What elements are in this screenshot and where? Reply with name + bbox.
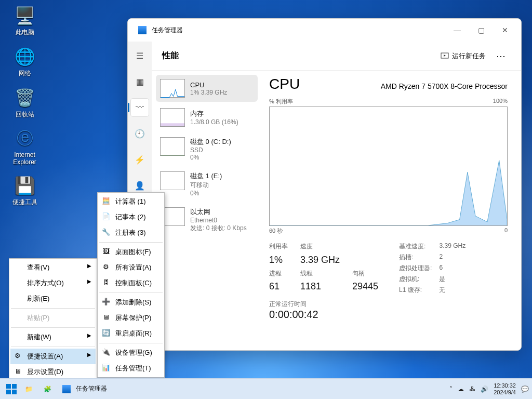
disk0-thumb [160, 137, 185, 156]
cpu-model: AMD Ryzen 7 5700X 8-Core Processor [381, 82, 508, 90]
page-title: 性能 [162, 50, 435, 61]
desktop-icon-this-pc[interactable]: 🖥️此电脑 [5, 5, 44, 37]
cpu-stats: 利用率速度 1%3.39 GHz 进程线程句柄 61118129445 基准速度… [269, 242, 508, 295]
taskbar-task-manager[interactable]: 任务管理器 [59, 381, 110, 397]
menu-item[interactable]: 查看(V)▶ [10, 260, 96, 275]
menu-item[interactable]: 🎛控制面板(C) [99, 275, 163, 291]
perf-item-memory[interactable]: 内存1.3/8.0 GB (16%) [156, 104, 258, 131]
menu-item[interactable]: 📊任务管理(T) [99, 361, 163, 376]
onedrive-icon[interactable]: ☁ [458, 385, 464, 393]
minimize-button[interactable]: — [445, 22, 469, 38]
menu-item[interactable]: 刷新(E) [10, 291, 96, 307]
x-left: 60 秒 [269, 227, 283, 235]
desktop-icon-tools[interactable]: 💾便捷工具 [5, 175, 44, 207]
menu-item[interactable]: 🖥显示设置(D) [10, 364, 96, 380]
menu-item[interactable]: ⚙便捷设置(A)▶ [10, 349, 96, 364]
quick-settings-submenu: 🧮计算器 (1)📄记事本 (2)🔧注册表 (3)🖼桌面图标(F)⚙所有设置(A)… [97, 192, 165, 378]
run-new-task-button[interactable]: 运行新任务 [435, 48, 491, 64]
x-right: 0 [504, 227, 508, 235]
y-max: 100% [493, 98, 508, 105]
window-title: 任务管理器 [152, 26, 445, 35]
clock[interactable]: 12:30:322024/9/4 [494, 382, 516, 395]
desktop-icon-network[interactable]: 🌐网络 [5, 46, 44, 78]
hamburger-icon[interactable]: ☰ [131, 47, 149, 64]
desktop-context-menu: 查看(V)▶排序方式(O)▶刷新(E)粘贴(P)新建(W)▶⚙便捷设置(A)▶🖥… [9, 258, 97, 397]
edge-button[interactable]: 🧩 [41, 381, 59, 397]
menu-item[interactable]: 🔌设备管理(G) [99, 345, 163, 361]
nav-performance[interactable]: 〰 [131, 99, 149, 116]
menu-item[interactable]: 新建(W)▶ [10, 329, 96, 345]
run-icon [441, 52, 449, 60]
menu-item[interactable]: 🔄重启桌面(R) [99, 326, 163, 341]
uptime-value: 0:00:00:42 [269, 309, 508, 321]
chevron-up-icon[interactable]: ˄ [449, 385, 453, 393]
system-tray[interactable]: ˄ ☁ 🖧 🔊 12:30:322024/9/4 💬 [449, 382, 529, 395]
maximize-button[interactable]: ▢ [469, 22, 493, 38]
perf-item-cpu[interactable]: CPU1% 3.39 GHz [156, 75, 258, 102]
perf-main: CPU AMD Ryzen 7 5700X 8-Core Processor %… [262, 71, 521, 350]
desktop-icon-ie[interactable]: ⓔInternet Explorer [5, 128, 44, 166]
mem-thumb [160, 108, 185, 127]
nav-startup[interactable]: ⚡ [131, 151, 149, 168]
uptime-label: 正常运行时间 [269, 300, 508, 309]
explorer-button[interactable]: 📁 [22, 381, 41, 397]
perf-item-ethernet[interactable]: 以太网Ethernet0发送: 0 接收: 0 Kbps [156, 203, 258, 237]
menu-item[interactable]: 🧮计算器 (1) [99, 194, 163, 209]
perf-title: CPU [269, 76, 381, 92]
nav-app-history[interactable]: 🕘 [131, 125, 149, 142]
taskbar[interactable]: 📁 🧩 任务管理器 ˄ ☁ 🖧 🔊 12:30:322024/9/4 💬 [0, 378, 532, 399]
perf-item-disk1[interactable]: 磁盘 1 (E:)可移动0% [156, 167, 258, 201]
menu-item[interactable]: 🔧注册表 (3) [99, 225, 163, 241]
menu-item: 粘贴(P) [10, 310, 96, 326]
desktop-icon-recycle-bin[interactable]: 🗑️回收站 [5, 87, 44, 119]
desktop-icons: 🖥️此电脑 🌐网络 🗑️回收站 ⓔInternet Explorer 💾便捷工具 [5, 5, 44, 216]
app-icon [138, 26, 147, 34]
network-icon[interactable]: 🖧 [469, 385, 475, 393]
toolbar: 性能 运行新任务 ⋯ [152, 42, 521, 71]
menu-item[interactable]: 排序方式(O)▶ [10, 275, 96, 291]
titlebar[interactable]: 任务管理器 — ▢ ✕ [128, 19, 521, 42]
nav-processes[interactable]: ▦ [131, 73, 149, 90]
task-manager-window: 任务管理器 — ▢ ✕ ☰ ▦ 〰 🕘 ⚡ 👤 ≡ ⚙ 性能 运行新任务 [127, 18, 522, 351]
menu-item[interactable]: ➕添加删除(S) [99, 295, 163, 310]
nav-users[interactable]: 👤 [131, 177, 149, 194]
menu-item[interactable]: ⚙所有设置(A) [99, 260, 163, 275]
menu-item[interactable]: 🖥屏幕保护(P) [99, 310, 163, 326]
notification-icon[interactable]: 💬 [521, 385, 529, 393]
more-button[interactable]: ⋯ [491, 48, 511, 64]
menu-item[interactable]: 📄记事本 (2) [99, 209, 163, 225]
perf-item-disk0[interactable]: 磁盘 0 (C: D:)SSD0% [156, 133, 258, 165]
y-label: % 利用率 [269, 98, 293, 105]
cpu-chart [269, 107, 508, 226]
cpu-thumb [160, 79, 185, 98]
perf-list: CPU1% 3.39 GHz 内存1.3/8.0 GB (16%) 磁盘 0 (… [152, 71, 262, 350]
volume-icon[interactable]: 🔊 [481, 385, 488, 393]
start-button[interactable] [3, 381, 22, 397]
menu-item[interactable]: 🖼桌面图标(F) [99, 244, 163, 260]
close-button[interactable]: ✕ [493, 22, 517, 38]
disk1-thumb [160, 171, 185, 190]
